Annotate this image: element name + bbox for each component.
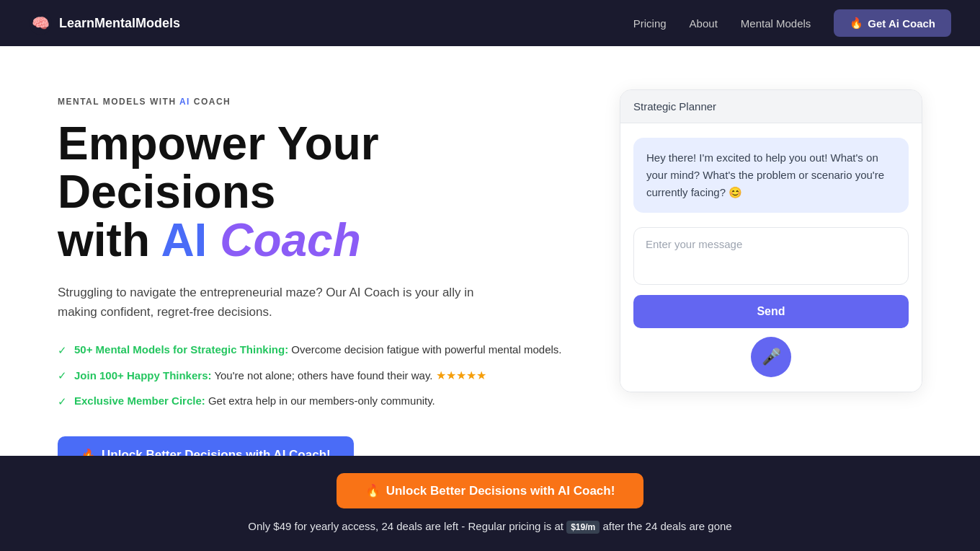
feature-bold-3: Exclusive Member Circle: [74, 394, 205, 407]
logo-icon: 🧠 [29, 12, 52, 35]
banner-cta-button[interactable]: 🔥 Unlock Better Decisions with AI Coach! [337, 473, 644, 508]
feature-bold-1: 50+ Mental Models for Strategic Thinking… [74, 343, 288, 356]
hero-title-ai: AI [161, 214, 207, 266]
hero-eyebrow: MENTAL MODELS WITH AI COACH [58, 97, 576, 107]
nav-link-about[interactable]: About [690, 17, 718, 30]
logo-text: LearnMentalModels [59, 16, 180, 31]
banner-cta-label: Unlock Better Decisions with AI Coach! [386, 484, 615, 498]
chat-body: Hey there! I'm excited to help you out! … [620, 123, 922, 392]
eyebrow-coach: COACH [190, 97, 231, 107]
banner-cta-icon: 🔥 [365, 483, 380, 498]
chat-bubble: Hey there! I'm excited to help you out! … [633, 138, 909, 213]
hero-title-line1: Empower Your Decisions [58, 118, 379, 218]
banner-text-prefix: Only $49 for yearly access, 24 deals are… [248, 520, 566, 532]
feature-text-3: Exclusive Member Circle: Get extra help … [74, 393, 435, 410]
bottom-banner: 🔥 Unlock Better Decisions with AI Coach!… [0, 456, 980, 551]
hero-description: Struggling to navigate the entrepreneuri… [58, 283, 504, 322]
banner-text-suffix: after the 24 deals are gone [600, 520, 731, 532]
nav-links: Pricing About Mental Models 🔥 Get Ai Coa… [633, 9, 951, 37]
chat-send-button[interactable]: Send [633, 295, 909, 328]
nav-link-mental-models[interactable]: Mental Models [741, 17, 811, 30]
feature-item-3: ✓ Exclusive Member Circle: Get extra hel… [58, 393, 576, 410]
stars: ★★★★★ [436, 369, 486, 382]
hero-section: MENTAL MODELS WITH AI COACH Empower Your… [0, 46, 980, 518]
chat-widget: Strategic Planner Hey there! I'm excited… [620, 89, 922, 392]
eyebrow-mental: MENTAL MODELS WITH [58, 97, 179, 107]
hero-title: Empower Your Decisions with AI Coach [58, 120, 576, 265]
chat-input-placeholder: Enter your message [646, 238, 742, 250]
banner-price-badge: $19/m [566, 521, 600, 534]
nav-link-pricing[interactable]: Pricing [633, 17, 667, 30]
logo[interactable]: 🧠 LearnMentalModels [29, 12, 180, 35]
banner-text: Only $49 for yearly access, 24 deals are… [248, 520, 731, 534]
check-icon-2: ✓ [58, 368, 67, 384]
check-icon-1: ✓ [58, 343, 67, 359]
nav-cta-button[interactable]: 🔥 Get Ai Coach [834, 9, 951, 37]
mic-icon: 🎤 [762, 348, 781, 366]
chat-header: Strategic Planner [620, 90, 922, 123]
feature-text-2: Join 100+ Happy Thinkers: You're not alo… [74, 367, 486, 384]
feature-text-1: 50+ Mental Models for Strategic Thinking… [74, 342, 561, 358]
hero-title-coach: Coach [220, 214, 361, 266]
hero-right: Strategic Planner Hey there! I'm excited… [620, 89, 922, 392]
navbar: 🧠 LearnMentalModels Pricing About Mental… [0, 0, 980, 46]
nav-cta-label: Get Ai Coach [868, 17, 935, 30]
hero-features-list: ✓ 50+ Mental Models for Strategic Thinki… [58, 342, 576, 410]
chat-input[interactable]: Enter your message [633, 227, 909, 285]
hero-left: MENTAL MODELS WITH AI COACH Empower Your… [58, 89, 576, 475]
eyebrow-ai: AI [179, 97, 190, 107]
nav-cta-icon: 🔥 [850, 17, 863, 30]
feature-item-2: ✓ Join 100+ Happy Thinkers: You're not a… [58, 367, 576, 384]
hero-title-space [207, 214, 220, 266]
feature-item-1: ✓ 50+ Mental Models for Strategic Thinki… [58, 342, 576, 359]
hero-title-with: with [58, 214, 161, 266]
feature-bold-2: Join 100+ Happy Thinkers: [74, 369, 211, 382]
check-icon-3: ✓ [58, 394, 67, 410]
chat-mic-button[interactable]: 🎤 [751, 337, 791, 377]
